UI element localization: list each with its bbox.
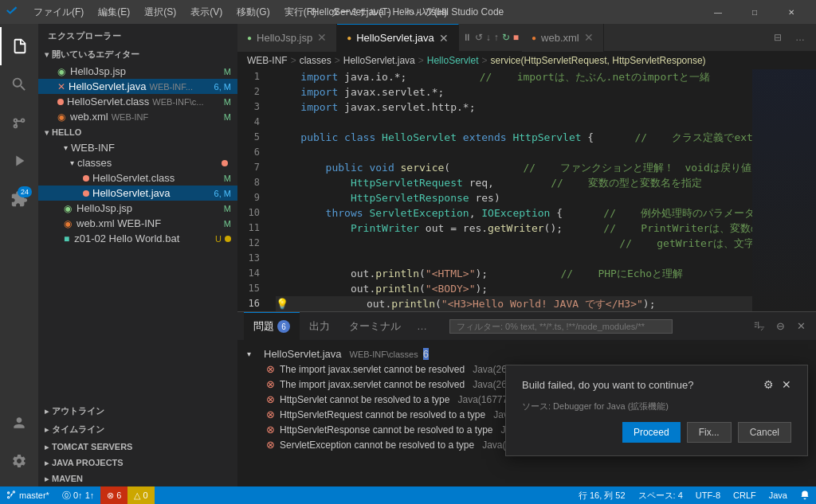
dialog-close-icon[interactable]: ✕ — [782, 378, 791, 391]
helloservlet-file[interactable]: HelloServlet.java 6, M — [38, 186, 237, 201]
tab-bar-actions: ⊟ … — [762, 28, 816, 47]
maven-section[interactable]: ▸ MAVEN — [38, 471, 237, 486]
problem-5-message: HttpServletResponse cannot be resolved t… — [280, 424, 493, 436]
close-button[interactable]: ✕ — [773, 0, 810, 24]
menu-edit[interactable]: 編集(E) — [92, 4, 136, 21]
activity-source-control[interactable] — [0, 104, 38, 142]
hello-section-header[interactable]: ▾ HELLO — [38, 124, 237, 140]
outline-section[interactable]: ▸ アウトライン — [38, 402, 237, 420]
line-2: 2 — [241, 84, 266, 100]
breadcrumb-class[interactable]: HelloServlet — [427, 55, 479, 66]
restart-btn[interactable]: ↻ — [502, 32, 510, 43]
open-file-helloservlet[interactable]: ✕ HelloServlet.java WEB-INF... 6, M — [38, 79, 237, 94]
status-cursor[interactable]: 行 16, 列 52 — [572, 486, 632, 504]
breadcrumb-webinf[interactable]: WEB-INF — [247, 55, 288, 66]
output-tab-label: 出力 — [309, 319, 330, 334]
status-errors[interactable]: ⊗ 6 — [100, 486, 128, 504]
cancel-button[interactable]: Cancel — [738, 422, 791, 443]
status-notifications[interactable] — [794, 486, 816, 504]
code-area[interactable]: import java.io.*; // importは、たぶん.netのimp… — [269, 69, 752, 311]
filter-input[interactable] — [449, 319, 673, 334]
activity-accounts[interactable] — [0, 404, 38, 442]
tomcat-label: TOMCAT SERVERS — [52, 442, 132, 451]
menu-file[interactable]: ファイル(F) — [27, 4, 90, 21]
tab-bar: ● HelloJsp.jsp ✕ ● HelloServlet.java ✕ ⏸… — [237, 24, 816, 52]
problem-3-message: HttpServlet cannot be resolved to a type — [280, 394, 449, 405]
editor-content[interactable]: 1 2 3 4 5 6 7 8 9 10 11 12 13 14 15 16 1 — [237, 69, 816, 311]
status-line-ending[interactable]: CRLF — [727, 486, 763, 504]
status-warnings[interactable]: △ 0 — [128, 486, 154, 504]
open-file-helloservletclass[interactable]: HelloServlet.class WEB-INF\c... M — [38, 94, 237, 109]
problem-error-icon-4: ⊗ — [266, 408, 275, 420]
panel-tab-output[interactable]: 出力 — [300, 312, 339, 340]
status-sync[interactable]: ⓪ 0↑ 1↑ — [56, 486, 100, 504]
breadcrumb-file[interactable]: HelloServlet.java — [343, 55, 415, 66]
line-3: 3 — [241, 100, 266, 115]
breadcrumb-classes[interactable]: classes — [300, 55, 332, 66]
pause-btn[interactable]: ⏸ — [462, 32, 472, 43]
menu-select[interactable]: 選択(S) — [138, 4, 182, 21]
helloservletclass-file[interactable]: HelloServlet.class M — [38, 170, 237, 186]
tomcat-section[interactable]: ▸ TOMCAT SERVERS — [38, 439, 237, 455]
status-spaces[interactable]: スペース: 4 — [632, 486, 689, 504]
panel-tab-terminal[interactable]: ターミナル — [339, 312, 410, 340]
filter-toggle-btn[interactable] — [751, 318, 768, 335]
webxml-file[interactable]: ◉ web.xml WEB-INF M — [38, 216, 237, 231]
tab-hellojsp[interactable]: ● HelloJsp.jsp ✕ — [237, 24, 337, 52]
encoding-text: UTF-8 — [696, 490, 720, 500]
status-encoding[interactable]: UTF-8 — [689, 486, 727, 504]
hellojsp-tab-close[interactable]: ✕ — [317, 31, 327, 44]
refresh-btn[interactable]: ↺ — [475, 32, 483, 43]
problem-2-message: The import javax.servlet cannot be resol… — [280, 379, 465, 390]
webxml-tab-close[interactable]: ✕ — [584, 31, 594, 44]
fix-button[interactable]: Fix... — [687, 422, 732, 443]
minimize-button[interactable]: — — [700, 0, 736, 24]
more-actions-btn[interactable]: … — [790, 28, 810, 47]
activity-search[interactable] — [0, 65, 38, 104]
hellojsp-file[interactable]: ◉ HelloJsp.jsp M — [38, 201, 237, 216]
error-icon: ✕ — [57, 81, 65, 92]
status-language[interactable]: Java — [763, 486, 794, 504]
proceed-button[interactable]: Proceed — [622, 422, 681, 443]
menu-go[interactable]: 移動(G) — [230, 4, 276, 21]
panel-tab-problems[interactable]: 問題 6 — [244, 312, 300, 340]
step-over-btn[interactable]: ↓ — [486, 32, 491, 43]
open-file-hellojsp[interactable]: ◉ HelloJsp.jsp M — [38, 64, 237, 79]
status-left: master* ⓪ 0↑ 1↑ ⊗ 6 △ 0 — [0, 486, 155, 504]
open-files-list: ◉ HelloJsp.jsp M ✕ HelloServlet.java WEB… — [38, 64, 237, 124]
helloservlet-tab-close[interactable]: ✕ — [439, 32, 449, 45]
breadcrumb-method[interactable]: service(HttpServletRequest, HttpServletR… — [491, 55, 706, 66]
code-line-13 — [276, 251, 752, 266]
webinf-folder[interactable]: ▾ WEB-INF — [38, 140, 237, 155]
open-editors-header[interactable]: ▾ 開いているエディター — [38, 45, 237, 64]
problems-group-header[interactable]: ▾ HelloServlet.java WEB-INF\classes 6 — [247, 346, 806, 361]
maximize-button[interactable]: □ — [736, 0, 773, 24]
jsp-file-icon: ◉ — [57, 66, 65, 77]
hellojsp-badge: M — [224, 204, 231, 213]
batch-file[interactable]: ■ z01-02 Hello World.bat U — [38, 231, 237, 246]
dialog-settings-icon[interactable]: ⚙ — [763, 378, 774, 391]
activity-files[interactable] — [0, 27, 38, 65]
status-branch[interactable]: master* — [0, 486, 56, 504]
classes-folder[interactable]: ▾ classes — [38, 155, 237, 170]
panel-more-btn[interactable]: … — [410, 320, 434, 332]
helloservlet-tab-icon: ● — [347, 33, 351, 42]
menu-view[interactable]: 表示(V) — [184, 4, 229, 21]
java-projects-section[interactable]: ▸ JAVA PROJECTS — [38, 455, 237, 471]
extensions-badge: 24 — [18, 186, 32, 197]
open-file-webxml[interactable]: ◉ web.xml WEB-INF M — [38, 109, 237, 124]
breadcrumb-sep4: > — [481, 55, 487, 66]
collapse-all-btn[interactable]: ⊖ — [771, 318, 789, 335]
line-1: 1 — [241, 69, 266, 84]
tab-webxml[interactable]: ● web.xml ✕ — [522, 24, 604, 52]
activity-settings[interactable] — [0, 442, 38, 480]
stop-btn[interactable]: ■ — [513, 32, 519, 43]
activity-extensions[interactable]: 24 — [0, 180, 38, 218]
tab-helloservlet[interactable]: ● HelloServlet.java ✕ — [337, 24, 459, 52]
split-editor-btn[interactable]: ⊟ — [768, 28, 787, 47]
problem-1-message: The import javax.servlet cannot be resol… — [280, 364, 465, 375]
panel-close-btn[interactable]: ✕ — [792, 318, 810, 335]
step-in-btn[interactable]: ↑ — [494, 32, 499, 43]
timeline-section[interactable]: ▸ タイムライン — [38, 420, 237, 439]
activity-run[interactable] — [0, 142, 38, 180]
